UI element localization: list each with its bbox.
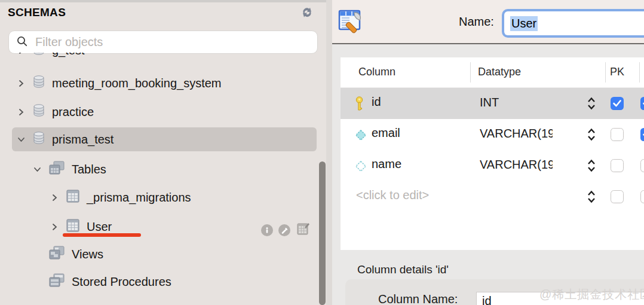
database-icon [32, 131, 45, 148]
header-separator [639, 62, 640, 83]
chevron-down-icon[interactable] [33, 165, 42, 174]
column-diamond-outline-icon [355, 160, 367, 175]
red-underline-annotation [63, 233, 141, 237]
schemas-title: SCHEMAS [8, 6, 66, 19]
column-row-email[interactable]: email VARCHAR(191) [341, 119, 644, 150]
column-name[interactable]: email [372, 126, 400, 140]
pk-checkbox[interactable] [611, 190, 624, 203]
tree-item-label: g_test [52, 53, 84, 57]
column-name-value: id [482, 294, 492, 305]
tree-item-meeting-room-booking-system[interactable]: meeting_room_booking_system [17, 72, 222, 94]
column-name[interactable]: name [372, 157, 401, 171]
sidebar-scrollbar[interactable] [319, 161, 326, 305]
tree-item-label: _prisma_migrations [87, 191, 191, 205]
stored-procedures-folder-icon [48, 273, 65, 291]
column-header-column[interactable]: Column [358, 66, 395, 78]
table-row-actions [261, 222, 310, 239]
pk-checkbox[interactable] [611, 97, 624, 110]
nn-checkbox[interactable] [640, 128, 644, 141]
tree-item-label: meeting_room_booking_system [52, 77, 222, 90]
nn-checkbox[interactable] [640, 190, 644, 203]
column-row-name[interactable]: name VARCHAR(191) [341, 150, 644, 181]
table-info-icon[interactable] [261, 224, 273, 236]
nn-checkbox[interactable] [640, 97, 644, 110]
table-editor-wrench-icon [338, 8, 365, 38]
nn-checkbox[interactable] [640, 159, 644, 172]
column-datatype[interactable]: VARCHAR(191) [480, 158, 553, 172]
column-name[interactable]: id [372, 95, 381, 109]
filter-objects-box[interactable] [8, 30, 318, 54]
name-label: Name: [459, 15, 494, 29]
table-icon [66, 189, 80, 206]
primary-key-icon [355, 96, 364, 114]
tree-item-label: Tables [72, 163, 106, 176]
database-icon [32, 103, 45, 120]
column-header-datatype[interactable]: Datatype [478, 66, 521, 78]
tree-item-tables[interactable]: Tables [33, 158, 106, 180]
table-name-value: User [510, 16, 538, 31]
datatype-stepper-icon[interactable] [587, 190, 596, 204]
table-edit-icon[interactable] [296, 222, 310, 239]
chevron-down-icon[interactable] [17, 135, 26, 144]
pk-checkbox[interactable] [611, 159, 624, 172]
database-icon [32, 75, 45, 92]
tree-item-stored-procedures[interactable]: Stored Procedures [33, 271, 171, 292]
tree-item-clipped[interactable]: g_test [0, 53, 239, 59]
columns-grid: Column Datatype PK id INT [341, 57, 644, 250]
tree-item-views[interactable]: Views [33, 243, 103, 265]
column-row-new[interactable]: <click to edit> [341, 181, 644, 212]
column-name-label: Column Name: [378, 292, 458, 305]
table-name-input[interactable]: User [504, 11, 644, 35]
table-icon [66, 218, 80, 235]
column-datatype[interactable]: VARCHAR(191) [480, 127, 553, 141]
column-row-id[interactable]: id INT [341, 88, 644, 119]
database-icon [32, 53, 45, 59]
click-to-edit-placeholder[interactable]: <click to edit> [356, 188, 429, 202]
filter-objects-input[interactable] [34, 35, 310, 50]
pk-checkbox[interactable] [611, 128, 624, 141]
table-editor-header: Name: User [332, 0, 644, 44]
tables-folder-icon [48, 160, 65, 178]
watermark: @稀土掘金技术社区 [539, 286, 644, 303]
table-maintenance-wrench-icon[interactable] [278, 224, 290, 236]
tree-item-label: Stored Procedures [72, 275, 171, 289]
datatype-stepper-icon[interactable] [587, 96, 596, 111]
refresh-schemas-icon[interactable] [299, 5, 315, 20]
column-details-title: Column details 'id' [357, 263, 449, 276]
chevron-right-icon[interactable] [50, 193, 59, 202]
chevron-right-icon[interactable] [17, 108, 26, 117]
datatype-stepper-icon[interactable] [587, 127, 596, 142]
tree-item-practice[interactable]: practice [17, 101, 94, 123]
column-datatype[interactable]: INT [480, 96, 553, 109]
header-separator [605, 62, 606, 83]
table-editor-panel: Name: User Column Datatype PK id INT [332, 0, 644, 305]
header-separator [470, 62, 471, 83]
column-diamond-filled-icon [355, 129, 367, 144]
tree-item-label: Views [72, 248, 103, 261]
schemas-sidebar: SCHEMAS g_test meeting_ [0, 0, 326, 305]
chevron-right-icon [17, 53, 26, 55]
search-icon [16, 35, 28, 50]
tree-item-label: prisma_test [52, 133, 114, 147]
chevron-right-icon[interactable] [17, 79, 26, 88]
tree-item-label: User [87, 220, 112, 234]
column-header-pk[interactable]: PK [610, 66, 624, 78]
views-folder-icon [48, 245, 65, 263]
sidebar-top-strip [0, 0, 326, 2]
tree-item-prisma-migrations[interactable]: _prisma_migrations [50, 187, 191, 208]
tree-item-prisma-test[interactable]: prisma_test [17, 129, 114, 150]
tree-item-label: practice [52, 105, 94, 119]
chevron-right-icon[interactable] [50, 222, 59, 231]
datatype-stepper-icon[interactable] [587, 158, 596, 173]
